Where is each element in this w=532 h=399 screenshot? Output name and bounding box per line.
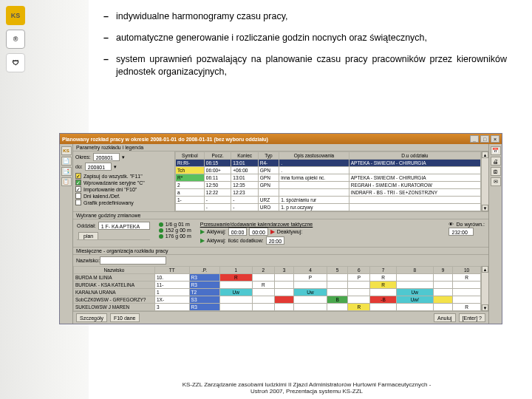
check-write-all[interactable]: ✓ — [75, 173, 81, 179]
table-row[interactable]: KARAŁNA URANA1T2UwUwUw — [74, 289, 481, 296]
minimize-button[interactable]: _ — [470, 135, 479, 143]
section-selected: Wybrane godziny zmianowe — [73, 212, 488, 219]
scroll-up-icon[interactable]: ▲ — [482, 266, 488, 273]
bullet-text: indywidualne harmonogramy czasu pracy, — [116, 10, 288, 23]
tool-clip-icon[interactable]: 📋 — [61, 177, 72, 186]
table-row[interactable]: BURDA M ILINIA10.R3RPPRR — [74, 274, 481, 282]
tab-plan[interactable]: plan — [78, 232, 98, 239]
extra-input[interactable]: 20:00 — [266, 236, 285, 245]
scroll-down-icon[interactable]: ▼ — [482, 205, 488, 211]
maximize-button[interactable]: □ — [480, 135, 489, 143]
period-from-input[interactable]: 200801 — [93, 153, 120, 161]
bullet-text: system uprawnień pozwalający na planowan… — [116, 53, 507, 78]
eye-icon[interactable]: 👁 — [449, 222, 454, 227]
titlebar[interactable]: Planowany rozkład pracy w okresie 2008-0… — [60, 134, 502, 144]
mail-icon[interactable]: ✉ — [491, 177, 501, 186]
cancel-button[interactable]: Anuluj — [434, 313, 455, 322]
dept-label: Oddział: — [77, 223, 96, 228]
right-toolbar: 📅 🖨 🗓 ✉ — [488, 144, 502, 324]
table-row[interactable]: R*06:1113:01GPNinna forma opieki nc.APTE… — [176, 174, 481, 182]
table-row[interactable]: BURDIAK - KSA KATELINA11-R3RR — [74, 282, 481, 289]
month-icon[interactable]: 🗓 — [491, 167, 501, 176]
f10-data-button[interactable]: F10 dane — [110, 313, 140, 322]
table-row[interactable]: SobCZK0WSW - GRFEGORZY?1X-S3B-BUw/ — [74, 296, 481, 304]
slide-bullets: –indywidualne harmonogramy czasu pracy, … — [103, 10, 507, 87]
section-params: Parametry rozkładu i legenda — [73, 144, 488, 151]
tool-doc-icon[interactable]: 📄 — [61, 157, 72, 166]
app-window: Planowany rozkład pracy w okresie 2008-0… — [59, 133, 502, 324]
slide-footer: KS-ZZL Zarządzanie zasobami ludzkimi II … — [111, 381, 502, 395]
schedule-scrollbar[interactable]: ▲ ▼ — [481, 266, 488, 311]
period-label: Okres: — [75, 154, 91, 160]
table-row[interactable]: a12:2212:23INDRAFR - BS - TRI - SE+ZONST… — [176, 189, 481, 197]
table-row[interactable]: 212:5012:35GPNREGRAH - SWIECIM - KURATOR… — [176, 182, 481, 189]
scroll-up-icon[interactable]: ▲ — [482, 151, 488, 158]
shifts-table[interactable]: Symbol Pocz. Koniec Typ Opis zastosowani… — [175, 151, 481, 211]
window-title: Planowany rozkład pracy w okresie 2008-0… — [62, 137, 268, 142]
activate-icon[interactable]: ▶ — [200, 228, 205, 235]
close-button[interactable]: × — [491, 135, 499, 143]
calendar-icon[interactable]: 📅 — [491, 146, 501, 155]
r-logo: ® — [6, 30, 25, 49]
check-import[interactable]: ✓ — [75, 186, 81, 192]
activate-icon[interactable]: ▶ — [200, 237, 205, 244]
left-toolbar: KS 📄 📑 📋 — [60, 144, 73, 324]
schedule-table[interactable]: Nazwisko TT .P. 1 2 3 4 5 6 7 8 9 10 — [73, 266, 481, 311]
enter-button[interactable]: [Enter] ? — [459, 313, 485, 322]
table-row[interactable]: --URO1. p rur.oczywy — [176, 204, 481, 211]
scroll-down-icon[interactable]: ▼ — [482, 304, 488, 311]
period-to-input[interactable]: 200801 — [85, 163, 112, 171]
details-button[interactable]: Szczegóły — [76, 313, 107, 322]
tool-page-icon[interactable]: 📑 — [61, 167, 72, 176]
dot-icon — [159, 222, 163, 227]
check-predef-schedule[interactable] — [75, 200, 81, 205]
summary-input: 232:00 — [449, 228, 474, 236]
time-input[interactable]: 00:00 — [228, 228, 248, 236]
slide-logo-rail: KS ® 🛡 — [6, 6, 35, 77]
dot-icon — [159, 228, 163, 233]
print-icon[interactable]: 🖨 — [491, 157, 501, 166]
table-row[interactable]: Tch06:00++06:00GPN. — [176, 167, 481, 174]
table-row[interactable]: 1---URZ1. śpóźnianiu rur — [176, 197, 481, 204]
time-input[interactable]: 00:00 — [249, 228, 268, 236]
check-calendar-days[interactable] — [75, 193, 81, 199]
check-serial[interactable]: ✓ — [75, 180, 81, 185]
period-to-label: do: — [75, 164, 83, 169]
table-row[interactable]: RI:RI-06:1513:01R4-.APTEKA - SWIECIM - C… — [176, 160, 481, 167]
poland-shield-icon: 🛡 — [6, 53, 25, 72]
surname-label: Nazwisko: — [76, 258, 100, 263]
dept-input[interactable]: 1 F- KA APTEKA — [98, 222, 150, 230]
shift-add-label: Przesuwanie/dodawanie kalendarzowe takty… — [200, 222, 440, 227]
deactivate-icon[interactable]: ▶ — [270, 228, 275, 235]
tool-ks-icon[interactable]: KS — [61, 146, 72, 155]
bullet-text: automatyczne generowanie i rozliczanie g… — [116, 32, 427, 44]
shifts-scrollbar[interactable]: ▲ ▼ — [481, 151, 488, 211]
ks-logo: KS — [6, 6, 25, 25]
dot-icon — [159, 234, 163, 239]
section-schedule: Miesięczne - organizacja rozkładu pracy — [73, 248, 488, 255]
surname-input[interactable] — [100, 256, 166, 265]
table-row[interactable]: SUKELOWSW J MAREN3R3RR — [74, 304, 481, 311]
